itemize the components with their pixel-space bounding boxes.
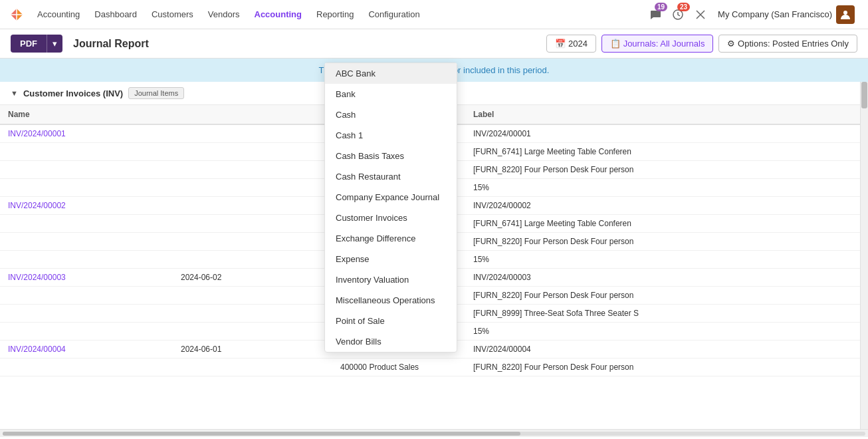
table-row: 400000 Product Sales[FURN_8220] Four Per… [0,359,868,376]
cell-label: INV/2024/00004 [465,341,868,359]
options-filter-button[interactable]: ⚙ Options: Posted Entries Only [718,35,857,53]
top-nav: Accounting Dashboard Customers Vendors A… [0,0,868,29]
vertical-scrollbar[interactable] [860,82,868,429]
dropdown-item[interactable]: Exchange Difference [325,228,457,249]
cell-col3 [253,305,332,323]
cell-name[interactable]: INV/2024/00003 [0,269,173,287]
company-name: My Company (San Francisco) [718,9,832,19]
section-toggle-icon[interactable]: ▼ [11,89,18,97]
col-header-date [173,105,253,124]
page-title: Journal Report [73,38,149,50]
nav-item-accounting-main[interactable]: Accounting [31,7,86,22]
year-filter-button[interactable]: 📅 2024 [546,35,596,53]
cell-label: [FURN_8999] Three-Seat Sofa Three Seater… [465,305,868,323]
user-avatar [836,5,855,24]
cell-date: 2024-06-02 [173,269,253,287]
close-icon-btn[interactable] [690,4,711,25]
cell-col3 [253,161,332,179]
nav-item-accounting[interactable]: Accounting [248,7,309,22]
dropdown-item[interactable]: Company Expance Journal [325,187,457,208]
cell-col3 [253,215,332,233]
cell-label: [FURN_6741] Large Meeting Table Conferen [465,215,868,233]
dropdown-item[interactable]: Bank [325,84,457,104]
cell-label: 15% [465,251,868,269]
cell-name [0,179,173,197]
cell-name [0,161,173,179]
dropdown-item[interactable]: Expense [325,249,457,269]
col-header-name: Name [0,105,173,124]
cell-name[interactable]: INV/2024/00002 [0,197,173,215]
dropdown-item[interactable]: Cash Basis Taxes [325,146,457,166]
cell-name[interactable]: INV/2024/00001 [0,124,173,143]
scrollbar-thumb [3,432,520,436]
cell-date [173,179,253,197]
col-header-label: Label [465,105,868,124]
cell-name [0,323,173,341]
cell-label: INV/2024/00003 [465,269,868,287]
cell-label: [FURN_6741] Large Meeting Table Conferen [465,143,868,161]
cell-date [173,359,253,376]
svg-point-3 [843,11,847,15]
nav-item-customers[interactable]: Customers [145,7,200,22]
cell-col3 [253,124,332,143]
cell-col3 [253,251,332,269]
cell-date [173,143,253,161]
pdf-dropdown-arrow[interactable]: ▾ [47,35,62,53]
dropdown-item[interactable]: Point of Sale [325,311,457,331]
journal-items-badge[interactable]: Journal Items [128,87,184,99]
dropdown-item[interactable]: Miscellaneous Operations [325,290,457,311]
cell-date [173,287,253,305]
dropdown-item[interactable]: ABC Bank [325,63,457,84]
cell-date: 2024-06-01 [173,341,253,359]
nav-item-vendors[interactable]: Vendors [201,7,247,22]
vertical-scrollbar-thumb [861,82,867,108]
cell-name [0,287,173,305]
cell-name [0,305,173,323]
cell-name[interactable]: INV/2024/00004 [0,341,173,359]
scrollbar-track [3,432,865,436]
dropdown-item[interactable]: Customer Invoices [325,208,457,228]
nav-item-dashboard[interactable]: Dashboard [88,7,144,22]
cell-col3 [253,287,332,305]
nav-item-reporting[interactable]: Reporting [310,7,360,22]
dropdown-menu: ABC BankBankCashCash 1Cash Basis TaxesCa… [324,63,457,353]
cell-label: INV/2024/00001 [465,124,868,143]
dropdown-item[interactable]: Cash 1 [325,125,457,146]
cell-date [173,161,253,179]
cell-name [0,251,173,269]
col-header-col3 [253,105,332,124]
cell-date [173,305,253,323]
dropdown-item[interactable]: Inventory Valuation [325,269,457,290]
journals-filter-button[interactable]: 📋 Journals: All Journals [601,35,713,53]
cell-col3 [253,233,332,251]
cell-name [0,359,173,376]
dropdown-item[interactable]: Cash Restaurant [325,166,457,187]
cell-date [173,233,253,251]
cell-date [173,215,253,233]
cell-col3 [253,197,332,215]
messages-icon-btn[interactable]: 19 [645,4,666,25]
cell-name [0,233,173,251]
dropdown-item[interactable]: Cash [325,104,457,125]
cell-date [173,323,253,341]
company-selector[interactable]: My Company (San Francisco) [712,3,860,27]
activity-icon-btn[interactable]: 23 [667,4,689,25]
cell-col3 [253,341,332,359]
cell-col3 [253,323,332,341]
activity-badge: 23 [677,3,690,11]
cell-label: [FURN_8220] Four Person Desk Four person [465,233,868,251]
dropdown-item[interactable]: Vendor Bills [325,331,457,352]
cell-col3 [253,143,332,161]
messages-badge: 19 [655,3,667,11]
nav-item-configuration[interactable]: Configuration [362,7,426,22]
cell-date [173,124,253,143]
cell-label: 15% [465,179,868,197]
cell-name [0,143,173,161]
horizontal-scrollbar[interactable] [0,429,868,437]
toolbar: PDF ▾ Journal Report 📅 2024 📋 Journals: … [0,29,868,59]
cell-label: [FURN_8220] Four Person Desk Four person [465,287,868,305]
pdf-button[interactable]: PDF [11,35,47,53]
section-title: Customer Invoices (INV) [23,88,123,98]
cell-date [173,251,253,269]
logo[interactable] [8,6,25,23]
